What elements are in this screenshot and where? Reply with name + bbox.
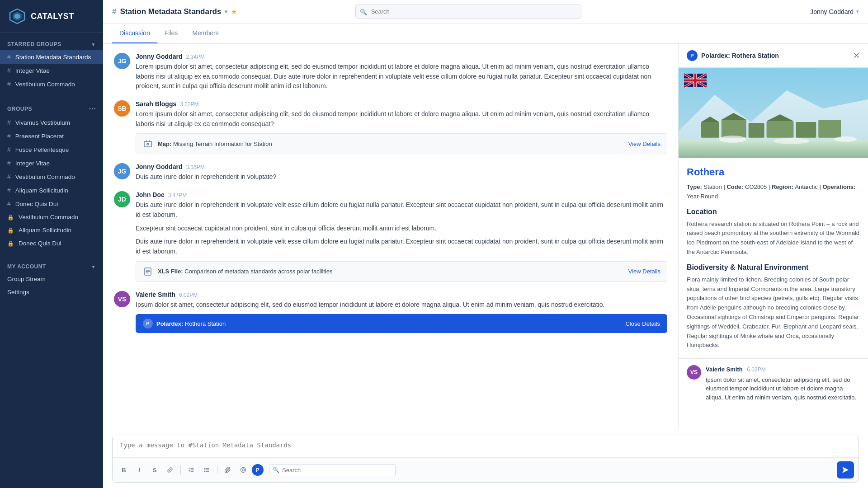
- italic-button[interactable]: I: [132, 464, 146, 476]
- svg-rect-3: [144, 141, 151, 147]
- message-body-5: Valerie Smith 6.02PM Ipsum dolor sit ame…: [136, 291, 667, 333]
- compose-toolbar: B I S P: [113, 457, 859, 482]
- my-account-header[interactable]: My Account ▼: [0, 261, 103, 272]
- svg-point-24: [204, 471, 205, 472]
- sidebar-item-vestibulum[interactable]: # Vestibulum Commado: [0, 170, 103, 183]
- message-text-4c: Duis aute irure dolor in reprehenderit i…: [136, 237, 667, 256]
- header-search-container: 🔍: [355, 5, 581, 19]
- sidebar-item-fusce[interactable]: # Fusce Pellentesque: [0, 143, 103, 156]
- sidebar-item-label: Praesent Placerat: [15, 133, 64, 140]
- sidebar-item-integer-vitae[interactable]: # Integer Vitae: [0, 156, 103, 170]
- close-details-button[interactable]: Close Details: [625, 320, 660, 327]
- svg-rect-13: [796, 122, 816, 138]
- message-author-2: Sarah Bloggs: [136, 100, 176, 108]
- sidebar-item-aliquam-private[interactable]: 🔒 Aliquam Sollicitudin: [0, 224, 103, 237]
- attachment-xls: XLS File: Comparison of metadata standar…: [136, 261, 667, 282]
- svg-point-18: [719, 136, 746, 143]
- hash-icon: #: [7, 132, 11, 140]
- panel-preview-body: Valerie Smith 6.02PM Ipsum dolor sit ame…: [706, 365, 860, 402]
- sidebar-item-integer-vitae-starred[interactable]: # Integer Vitae: [0, 64, 103, 77]
- message-text-4b: Excepteur sint occaecat cupidatat non pr…: [136, 224, 667, 234]
- compose-input-box: B I S P: [112, 435, 859, 483]
- toolbar-divider-2: [217, 465, 217, 474]
- sidebar-item-vivamus[interactable]: # Vivamus Vestibulum: [0, 116, 103, 129]
- attach-button[interactable]: [221, 464, 235, 476]
- sidebar-item-praesent[interactable]: # Praesent Placerat: [0, 129, 103, 143]
- tab-files[interactable]: Files: [157, 23, 185, 43]
- polardex-icon-wrap: P: [143, 319, 153, 328]
- groups-more-icon[interactable]: ⋯: [89, 104, 96, 113]
- view-details-4[interactable]: View Details: [628, 268, 660, 275]
- message-time-2: 3.02PM: [180, 101, 198, 108]
- sidebar-item-vestibulum-private[interactable]: 🔒 Vestibulum Commado: [0, 211, 103, 224]
- sidebar-item-settings[interactable]: Settings: [0, 286, 103, 299]
- map-icon: [142, 138, 153, 149]
- starred-groups-header[interactable]: Starred Groups ▼: [0, 38, 103, 50]
- close-panel-button[interactable]: ✕: [853, 52, 860, 60]
- lock-icon: 🔒: [7, 227, 14, 234]
- link-button[interactable]: [163, 464, 177, 476]
- compose-textarea[interactable]: [113, 435, 859, 456]
- groups-header[interactable]: Groups ⋯: [0, 102, 103, 116]
- sidebar-item-label: Donec Quis Dui: [19, 240, 61, 247]
- message-time-3: 3.16PM: [186, 164, 204, 170]
- header-user[interactable]: Jonny Goddard ▾: [810, 8, 859, 15]
- strikethrough-button[interactable]: S: [148, 464, 161, 476]
- tab-discussion[interactable]: Discussion: [112, 23, 157, 43]
- channel-chevron-icon[interactable]: ▾: [225, 9, 227, 15]
- sidebar-item-donec-private[interactable]: 🔒 Donec Quis Dui: [0, 237, 103, 250]
- code-label: Code:: [726, 183, 743, 190]
- right-panel-header-text: Polardex: Rothera Station: [701, 52, 779, 59]
- hash-icon: #: [7, 119, 11, 126]
- sidebar-item-label: Integer Vitae: [15, 160, 50, 167]
- message-time-4: 3.47PM: [168, 192, 187, 198]
- message-author-5: Valerie Smith: [136, 291, 175, 298]
- sidebar-item-label: Vestibulum Commado: [15, 174, 75, 180]
- channel-title: # Station Metadata Standards ▾ ★: [112, 7, 237, 16]
- svg-rect-12: [767, 121, 794, 138]
- groups-section: Groups ⋯ # Vivamus Vestibulum # Praesent…: [0, 96, 103, 255]
- location-section-title: Location: [687, 208, 860, 216]
- channel-star-icon[interactable]: ★: [231, 8, 237, 15]
- header-search-input[interactable]: [355, 5, 581, 19]
- avatar-vs-5: VS: [114, 291, 130, 307]
- svg-point-22: [204, 468, 205, 469]
- panel-station-title: Rothera: [687, 166, 860, 178]
- toolbar-search-input[interactable]: [269, 464, 396, 476]
- bold-button[interactable]: B: [117, 464, 131, 476]
- starred-groups-section: Starred Groups ▼ # Station Metadata Stan…: [0, 33, 103, 96]
- sidebar-item-group-stream[interactable]: Group Stream: [0, 272, 103, 286]
- sidebar-item-vestibulum-commado-starred[interactable]: # Vestibulum Commado: [0, 77, 103, 91]
- panel-message-preview: VS Valerie Smith 6.02PM Ipsum dolor sit …: [679, 358, 868, 408]
- attachment-label-2: Map: Missing Terrain Information for Sta…: [158, 141, 272, 147]
- svg-point-20: [834, 136, 857, 142]
- svg-point-26: [242, 469, 245, 471]
- svg-point-19: [774, 138, 810, 144]
- hash-icon: #: [7, 80, 11, 88]
- uk-flag: [684, 73, 707, 88]
- ordered-list-button[interactable]: [184, 464, 198, 476]
- main-header: # Station Metadata Standards ▾ ★ 🔍 Jonny…: [103, 0, 868, 23]
- panel-meta: Type: Station | Code: CO2805 | Region: A…: [687, 183, 860, 202]
- sidebar-item-aliquam[interactable]: # Aliquam Sollicitudin: [0, 183, 103, 197]
- polardex-button[interactable]: P: [252, 464, 264, 476]
- avatar-jg-3: JG: [114, 163, 130, 179]
- message-text-1: Lorem ipsum dolor sit amet, consectetur …: [136, 62, 667, 91]
- operations-label: Operations:: [822, 183, 855, 190]
- station-image: [679, 68, 868, 158]
- view-details-2[interactable]: View Details: [628, 141, 660, 147]
- unordered-list-button[interactable]: [200, 464, 213, 476]
- send-button[interactable]: [837, 461, 854, 479]
- sidebar-item-donec[interactable]: # Donec Quis Dui: [0, 197, 103, 211]
- sidebar-item-label: Aliquam Sollicitudin: [15, 187, 68, 194]
- my-account-label: My Account: [7, 263, 46, 270]
- message-author-1: Jonny Goddard: [136, 53, 182, 60]
- sidebar-item-station-metadata[interactable]: # Station Metadata Standards: [0, 50, 103, 64]
- tab-members[interactable]: Members: [185, 23, 226, 43]
- mention-button[interactable]: [236, 464, 250, 476]
- panel-preview-avatar: VS: [687, 365, 701, 380]
- logo[interactable]: CATALYST: [0, 0, 103, 33]
- my-account-section: My Account ▼ Group Stream Settings: [0, 255, 103, 304]
- message-header-4: John Doe 3.47PM: [136, 191, 667, 198]
- right-panel-header: P Polardex: Rothera Station ✕: [679, 44, 868, 68]
